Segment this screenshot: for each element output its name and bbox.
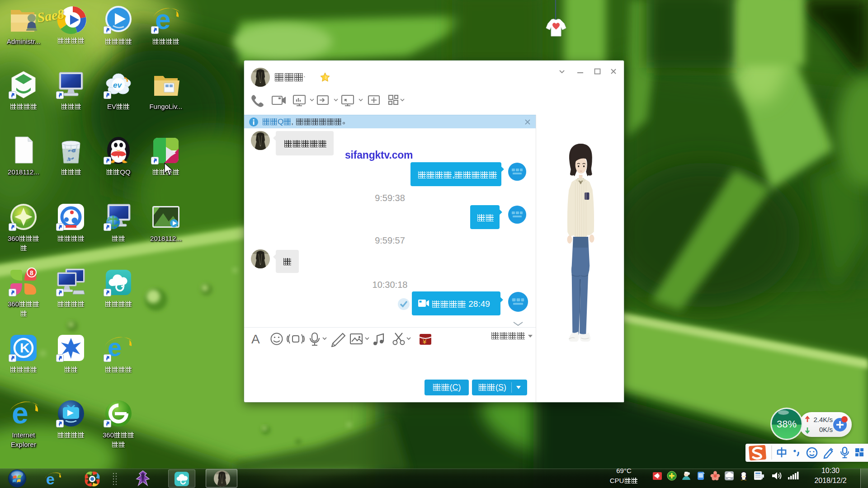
- svg-text:A: A: [251, 332, 260, 346]
- svg-text:e: e: [46, 471, 55, 487]
- svg-text:0K/s: 0K/s: [819, 426, 833, 433]
- svg-text:38%: 38%: [777, 418, 797, 430]
- svg-text:K: K: [20, 340, 30, 355]
- svg-text:ev: ev: [113, 81, 122, 89]
- svg-text:¥: ¥: [422, 338, 427, 345]
- svg-text:8: 8: [30, 269, 33, 277]
- svg-text:2.4K/s: 2.4K/s: [813, 416, 833, 423]
